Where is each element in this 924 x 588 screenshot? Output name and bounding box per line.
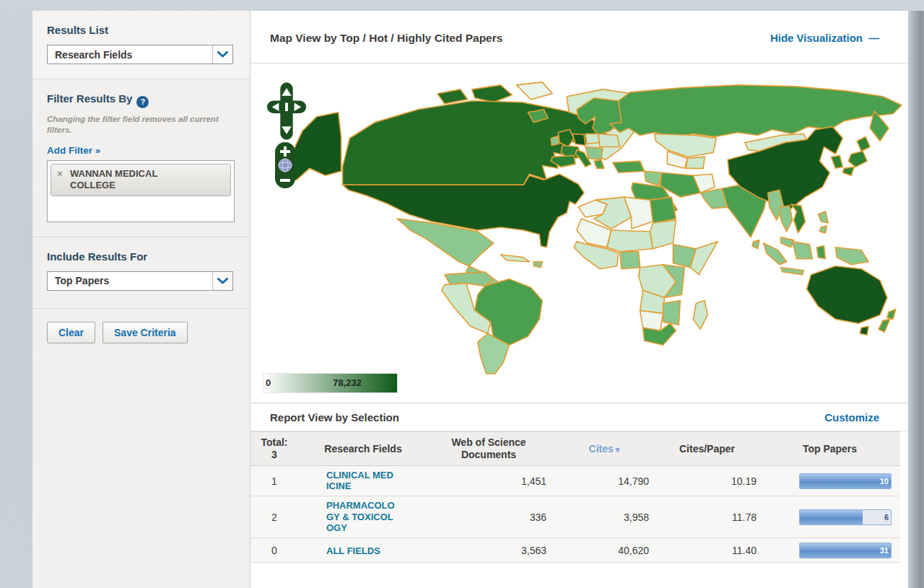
- map-region[interactable]: [501, 255, 530, 262]
- map-region[interactable]: [781, 268, 804, 275]
- map-region[interactable]: [842, 167, 854, 175]
- world-map-area: 0 78,232: [250, 63, 908, 403]
- row-documents: 3,563: [424, 545, 554, 556]
- map-region[interactable]: [516, 82, 552, 100]
- top-papers-bar[interactable]: 31: [799, 543, 892, 558]
- filter-results-label: Filter Results By: [47, 92, 132, 105]
- map-region[interactable]: [650, 197, 676, 223]
- chevron-down-icon[interactable]: [212, 272, 232, 290]
- map-region[interactable]: [879, 319, 890, 332]
- legend-max-label: 78,232: [333, 377, 362, 388]
- legend-min-label: 0: [266, 377, 271, 388]
- total-label: Total:: [261, 436, 288, 449]
- map-region[interactable]: [819, 226, 827, 233]
- bar-fill: [800, 543, 891, 558]
- map-region[interactable]: [857, 137, 870, 152]
- row-cites: 3,958: [554, 512, 655, 523]
- map-region[interactable]: [437, 89, 468, 104]
- include-results-selected: Top Papers: [48, 275, 212, 286]
- map-region[interactable]: [472, 85, 513, 102]
- add-filter-link[interactable]: Add Filter »: [47, 145, 100, 156]
- map-region[interactable]: [848, 151, 867, 167]
- map-region[interactable]: [816, 246, 825, 259]
- chevron-down-icon[interactable]: [212, 45, 232, 63]
- report-view-header: Report View by Selection Customize: [250, 403, 908, 431]
- filter-results-heading: Filter Results By?: [47, 92, 235, 108]
- map-region[interactable]: [533, 262, 542, 268]
- map-region[interactable]: [475, 279, 543, 346]
- map-region[interactable]: [594, 159, 604, 168]
- map-region[interactable]: [585, 146, 603, 159]
- research-field-link[interactable]: PHARMACOLOGY & TOXICOLOGY: [326, 500, 396, 534]
- map-region[interactable]: [780, 206, 793, 232]
- map-region[interactable]: [620, 252, 640, 269]
- sort-descending-icon: ▾: [616, 445, 620, 454]
- map-region[interactable]: [818, 211, 828, 223]
- column-header-wos-documents[interactable]: Web of Science Documents: [424, 436, 554, 462]
- map-region[interactable]: [807, 266, 887, 324]
- bar-fill: [800, 474, 891, 488]
- map-region[interactable]: [607, 230, 653, 252]
- column-header-cites-per-paper[interactable]: Cites/Paper: [655, 443, 759, 455]
- map-region[interactable]: [613, 161, 645, 172]
- map-region[interactable]: [598, 134, 620, 147]
- sidebar-buttons: Clear Save Criteria: [32, 309, 250, 356]
- world-map-countries: [284, 82, 902, 374]
- map-region[interactable]: [610, 85, 902, 137]
- map-region[interactable]: [764, 243, 787, 265]
- results-list-dropdown[interactable]: Research Fields: [47, 45, 233, 64]
- report-view-title: Report View by Selection: [270, 411, 399, 424]
- cites-label: Cites: [589, 443, 614, 455]
- remove-filter-icon[interactable]: ×: [57, 168, 63, 179]
- column-header-cites[interactable]: Cites▾: [554, 443, 655, 455]
- scrollbar[interactable]: [908, 11, 924, 588]
- legend-gradient: 0 78,232: [263, 373, 398, 393]
- map-region[interactable]: [585, 134, 600, 144]
- map-region[interactable]: [690, 242, 718, 275]
- customize-link[interactable]: Customize: [824, 411, 879, 424]
- map-region[interactable]: [887, 309, 896, 319]
- map-region[interactable]: [791, 204, 806, 233]
- map-region[interactable]: [572, 134, 585, 146]
- top-papers-value: 10: [880, 477, 889, 486]
- filter-chip[interactable]: × WANNAN MEDICAL COLLEGE: [51, 164, 231, 197]
- row-documents: 1,451: [424, 475, 554, 487]
- map-region[interactable]: [752, 240, 759, 249]
- map-region[interactable]: [781, 237, 794, 247]
- map-region[interactable]: [686, 157, 705, 168]
- map-region[interactable]: [663, 300, 680, 325]
- total-header: Total: 3: [250, 436, 288, 462]
- row-rank: 0: [250, 545, 288, 556]
- top-papers-bar[interactable]: 6: [799, 509, 892, 525]
- map-region[interactable]: [645, 171, 662, 185]
- include-results-dropdown[interactable]: Top Papers: [47, 271, 233, 291]
- row-cites: 40,620: [554, 545, 655, 556]
- bar-fill: [800, 510, 863, 525]
- top-papers-bar[interactable]: 10: [799, 473, 892, 489]
- map-region[interactable]: [793, 242, 813, 259]
- research-field-link[interactable]: ALL FIELDS: [326, 545, 396, 557]
- row-cites-per-paper: 10.19: [655, 475, 759, 487]
- map-pan-control[interactable]: [266, 79, 308, 143]
- row-documents: 336: [424, 512, 554, 523]
- main-panel: Map View by Top / Hot / Highly Cited Pap…: [250, 11, 908, 588]
- map-region[interactable]: [693, 300, 707, 329]
- map-region[interactable]: [860, 326, 868, 335]
- clear-button[interactable]: Clear: [47, 322, 95, 343]
- table-row: 0 ALL FIELDS 3,563 40,620 11.40 31: [250, 538, 900, 563]
- map-region[interactable]: [831, 155, 842, 168]
- visualization-header: Map View by Top / Hot / Highly Cited Pap…: [250, 11, 908, 63]
- hide-visualization-link[interactable]: Hide Visualization—: [770, 32, 879, 44]
- map-zoom-control[interactable]: [274, 141, 296, 189]
- save-criteria-button[interactable]: Save Criteria: [103, 322, 188, 343]
- map-region[interactable]: [650, 220, 676, 249]
- map-region[interactable]: [835, 247, 868, 265]
- help-icon[interactable]: ?: [136, 96, 149, 108]
- column-header-research-fields[interactable]: Research Fields: [288, 443, 424, 455]
- row-cites-per-paper: 11.40: [655, 545, 759, 556]
- map-region[interactable]: [551, 136, 559, 146]
- research-field-link[interactable]: CLINICAL MEDICINE: [326, 470, 396, 492]
- row-rank: 2: [250, 512, 288, 523]
- column-header-top-papers[interactable]: Top Papers: [759, 443, 900, 455]
- map-region[interactable]: [655, 134, 717, 157]
